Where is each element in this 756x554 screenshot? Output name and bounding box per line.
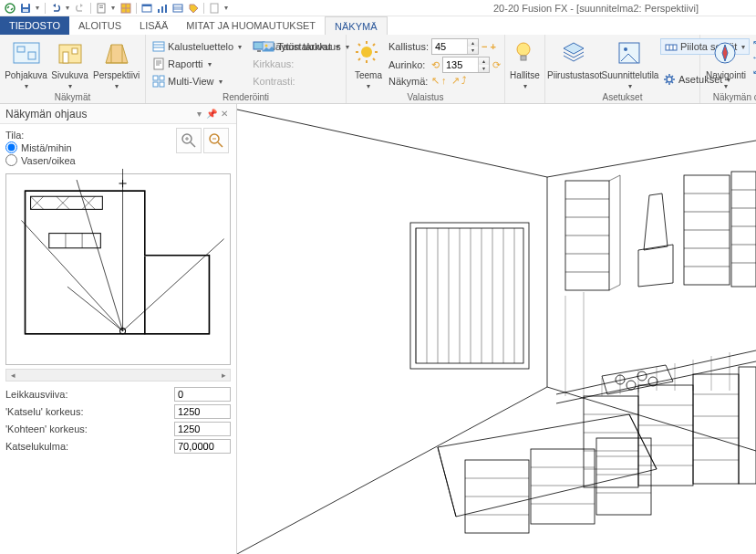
taustakuvat-button[interactable]: Taustakuvat▾: [259, 38, 342, 55]
group-label: Näkymän ohjaus: [704, 91, 756, 103]
leikkausviiva-label: Leikkausviiva:: [5, 389, 174, 400]
spin-down-icon[interactable]: ▾: [467, 47, 478, 54]
qat-tag-icon[interactable]: [186, 1, 201, 16]
aurinko-input[interactable]: [443, 59, 478, 70]
svg-point-30: [265, 45, 268, 47]
nakyma-grid-icon[interactable]: ↖↑↗⤴: [431, 75, 471, 87]
nakyma-row: Näkymä: ↖↑↗⤴: [388, 75, 501, 87]
save-dropdown-icon[interactable]: ▾: [33, 0, 42, 16]
suunnittelutila-button[interactable]: Suunnittelutila▾: [602, 37, 658, 91]
aurinko-right-icon[interactable]: ⟳: [492, 59, 501, 71]
kalusteluettelo-button[interactable]: Kalusteluettelo▾: [150, 38, 244, 55]
svg-point-31: [361, 47, 372, 57]
aurinko-spinner[interactable]: ▴▾: [442, 57, 490, 73]
katselukulma-input[interactable]: [174, 439, 231, 454]
spin-down-icon[interactable]: ▾: [478, 65, 489, 72]
tab-file[interactable]: TIEDOSTO: [0, 16, 69, 35]
group-label: Valaistus: [350, 91, 501, 103]
kallistus-spinner[interactable]: ▴▾: [431, 38, 479, 55]
kohteen-label: 'Kohteen' korkeus:: [5, 423, 174, 434]
nav-sw-icon[interactable]: ↙: [750, 64, 756, 77]
svg-rect-33: [521, 56, 526, 60]
tab-mitat[interactable]: MITAT JA HUOMAUTUKSET: [177, 16, 325, 35]
svg-rect-11: [161, 6, 163, 13]
sun-icon: [354, 39, 383, 68]
panel-dropdown-icon[interactable]: ▾: [192, 109, 205, 119]
svg-point-59: [648, 377, 658, 386]
aurinko-left-icon[interactable]: ⟲: [431, 59, 440, 71]
qat-window-icon[interactable]: [140, 1, 154, 16]
leikkausviiva-input[interactable]: [174, 387, 231, 402]
nav-nw-icon[interactable]: ↖: [750, 37, 756, 49]
nav-w-icon[interactable]: ←: [750, 50, 756, 63]
designmode-icon: [616, 39, 645, 68]
panel-close-icon[interactable]: ✕: [218, 109, 231, 119]
svg-rect-19: [63, 52, 68, 63]
hallitse-button[interactable]: Hallitse▾: [509, 37, 541, 91]
radio-vasen-label: Vasen/oikea: [21, 155, 76, 166]
katselu-label: 'Katselu' korkeus:: [5, 406, 174, 417]
qat-list-icon[interactable]: [171, 1, 185, 16]
spin-up-icon[interactable]: ▴: [478, 57, 489, 65]
svg-point-32: [517, 43, 530, 56]
qat-doc-icon[interactable]: [94, 1, 109, 16]
kallistus-minus-icon[interactable]: −: [482, 41, 487, 52]
plan-scrollbar[interactable]: ◂ ▸: [5, 369, 231, 382]
zoom-out-button[interactable]: [203, 128, 229, 153]
svg-rect-48: [416, 228, 523, 363]
radio-mista[interactable]: [5, 141, 17, 153]
save-icon[interactable]: [18, 1, 33, 16]
qat-blank-icon[interactable]: [207, 1, 222, 16]
qat-chart-icon[interactable]: [155, 1, 170, 16]
tab-aloitus[interactable]: ALOITUS: [69, 16, 130, 35]
kallistus-plus-icon[interactable]: +: [490, 41, 495, 52]
undo-dropdown-icon[interactable]: ▾: [63, 0, 72, 16]
qat-doc-dropdown-icon[interactable]: ▾: [109, 0, 118, 16]
scroll-right-icon[interactable]: ▸: [217, 371, 230, 380]
qat-sync-icon[interactable]: [3, 1, 17, 16]
svg-rect-26: [160, 82, 164, 87]
spin-up-icon[interactable]: ▴: [467, 39, 478, 47]
panel-pin-icon[interactable]: 📌: [205, 109, 218, 119]
redo-icon[interactable]: [73, 1, 88, 16]
svg-rect-22: [154, 58, 163, 69]
navigointi-button[interactable]: Navigointi▾: [704, 37, 748, 91]
qat-more-dropdown-icon[interactable]: ▾: [222, 0, 231, 16]
pohjakuva-button[interactable]: Pohjakuva▾: [4, 37, 48, 91]
gear-icon: [663, 73, 676, 86]
group-label: Renderöinti: [150, 91, 342, 103]
raportti-button[interactable]: Raportti▾: [150, 56, 244, 72]
tab-lisaa[interactable]: LISÄÄ: [130, 16, 177, 35]
plan-view[interactable]: [5, 173, 231, 365]
aurinko-row: Aurinko: ⟲ ▴▾ ⟳: [388, 57, 501, 73]
piirustustasot-button[interactable]: Piirustustasot: [549, 37, 600, 91]
scroll-left-icon[interactable]: ◂: [6, 371, 19, 380]
window-title: 20-20 Fusion FX - [suunnitelma2: Perspek…: [232, 3, 753, 14]
side-panel: Näkymän ohjaus ▾ 📌 ✕ Tila: Mistä/mihin V…: [0, 104, 237, 554]
undo-icon[interactable]: [48, 1, 63, 16]
kallistus-input[interactable]: [432, 41, 467, 52]
kohteen-input[interactable]: [174, 422, 231, 436]
radio-vasen[interactable]: [5, 154, 17, 166]
sivukuva-button[interactable]: Sivukuva▾: [50, 37, 89, 91]
side-panel-header: Näkymän ohjaus ▾ 📌 ✕: [0, 104, 236, 124]
svg-rect-47: [410, 223, 529, 369]
svg-rect-5: [99, 5, 103, 6]
group-label: Asetukset: [549, 91, 696, 103]
svg-rect-3: [23, 9, 28, 12]
svg-rect-25: [153, 82, 158, 87]
pohjakuva-icon: [12, 39, 41, 68]
katselu-input[interactable]: [174, 404, 231, 419]
zoom-in-button[interactable]: [176, 128, 202, 153]
qat-grid-yellow-icon[interactable]: [119, 1, 133, 16]
teema-button[interactable]: Teema▾: [350, 37, 387, 91]
multiview-button[interactable]: Multi-View▾: [150, 73, 244, 89]
group-navigointi: Navigointi▾ ↖↑↗ ←◦→ ↙↓↘ Näkymän ohjaus: [700, 35, 756, 103]
tab-nakyma[interactable]: NÄKYMÄ: [325, 16, 387, 35]
svg-rect-6: [99, 7, 103, 8]
perspektiivi-button[interactable]: Perspektiivi▾: [91, 37, 141, 91]
bulb-icon: [511, 39, 540, 68]
svg-rect-10: [158, 9, 160, 13]
group-renderointi: Kalusteluettelo▾ Raportti▾ Multi-View▾ N…: [146, 35, 347, 103]
perspective-viewport[interactable]: [237, 104, 756, 554]
